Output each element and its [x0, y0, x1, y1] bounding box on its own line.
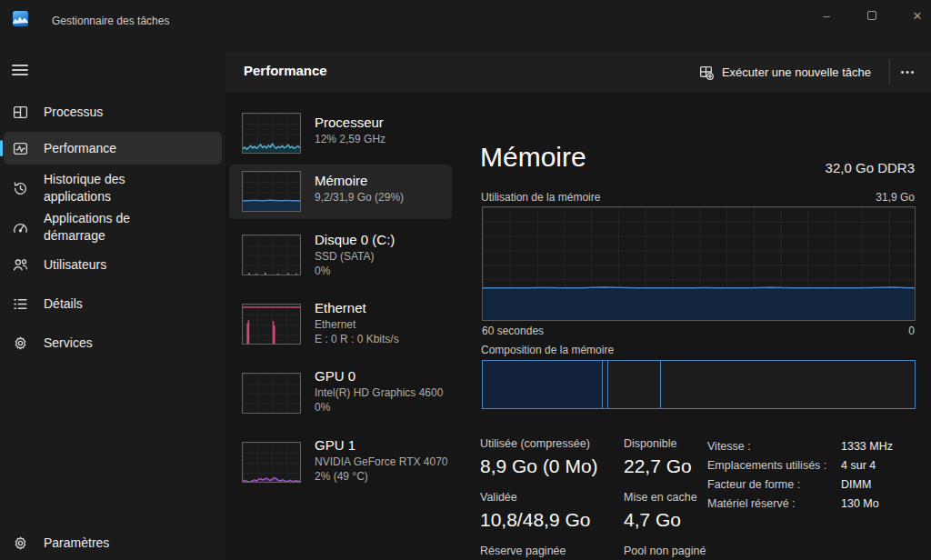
window-title: Gestionnaire des tâches	[52, 15, 169, 27]
sidebar-item-label: Applications de démarrage	[44, 210, 180, 245]
perf-item-sub2: 2% (49 °C)	[315, 469, 448, 484]
perf-item-title: GPU 0	[315, 367, 443, 385]
titlebar: Gestionnaire des tâches – ✕	[0, 0, 931, 41]
memory-usage-label: Utilisation de la mémoire	[481, 191, 600, 204]
content-pane: Performance Exécuter une nouvelle tâche …	[225, 52, 931, 560]
perf-item-title: Mémoire	[315, 172, 404, 190]
memory-page-title: Mémoire	[480, 142, 586, 173]
stat-pool-non-pagine: Pool non paginé 387 Mo	[624, 544, 742, 560]
detail-vitesse: Vitesse : 1333 MHz	[707, 437, 926, 456]
app-history-icon	[13, 181, 29, 196]
detail-label: Matériel réservé :	[707, 495, 841, 514]
sidebar-item-processus[interactable]: Processus	[4, 96, 222, 127]
startup-apps-icon	[13, 220, 29, 235]
processes-icon	[13, 105, 29, 120]
stat-utilisee: Utilisée (compressée) 8,9 Go (0 Mo)	[480, 436, 622, 478]
perf-item-memoire[interactable]: Mémoire 9,2/31,9 Go (29%)	[229, 165, 452, 219]
nav-menu-toggle[interactable]	[10, 60, 30, 78]
ethernet-sparkline	[242, 304, 301, 345]
more-options-button[interactable]: •••	[893, 57, 924, 86]
detail-emplacements: Emplacements utilisés : 4 sur 4	[707, 456, 926, 475]
detail-value: DIMM	[841, 475, 871, 495]
sidebar-item-demarrage[interactable]: Applications de démarrage	[4, 209, 222, 245]
cpu-sparkline	[242, 113, 301, 154]
memory-total-capacity: 32,0 Go DDR3	[826, 160, 915, 175]
maximize-icon	[867, 11, 876, 20]
memory-hardware-details: Vitesse : 1333 MHz Emplacements utilisés…	[707, 437, 926, 514]
composition-segment-libre	[660, 361, 915, 408]
minimize-button[interactable]: –	[806, 0, 847, 31]
task-manager-app-icon	[13, 11, 28, 26]
perf-item-title: Ethernet	[315, 299, 399, 317]
perf-item-sub: SSD (SATA)	[315, 249, 395, 264]
perf-item-sub: NVIDIA GeForce RTX 4070	[315, 455, 448, 469]
disk-sparkline	[242, 235, 301, 275]
memory-detail-pane: Mémoire 32,0 Go DDR3 Utilisation de la m…	[466, 92, 931, 560]
users-icon	[13, 257, 29, 273]
stat-label: Pool non paginé	[624, 544, 742, 559]
page-header: Performance Exécuter une nouvelle tâche …	[225, 52, 931, 92]
sidebar-item-label: Utilisateurs	[44, 256, 106, 274]
selected-accent-indicator	[0, 140, 3, 156]
sidebar-item-performance[interactable]: Performance	[4, 132, 222, 165]
stat-value: 10,8/48,9 Go	[480, 507, 622, 532]
performance-list: Processeur 12% 2,59 GHz Mémoire 9,2/31,9…	[225, 92, 466, 560]
sidebar-item-utilisateurs[interactable]: Utilisateurs	[4, 249, 222, 280]
stat-value: 8,9 Go (0 Mo)	[480, 454, 622, 478]
page-title: Performance	[244, 63, 327, 78]
memory-sparkline	[242, 171, 301, 212]
sidebar-item-services[interactable]: Services	[4, 327, 222, 358]
performance-icon	[13, 141, 29, 156]
composition-segment-en-cours-utilisation	[483, 361, 602, 408]
detail-label: Emplacements utilisés :	[707, 456, 841, 475]
detail-value: 130 Mo	[841, 495, 879, 514]
composition-segment-en-veille	[607, 361, 660, 408]
stat-label: Utilisée (compressée)	[480, 436, 622, 452]
perf-item-sub2: 0%	[315, 400, 443, 415]
perf-item-sub: Ethernet	[315, 317, 399, 332]
detail-value: 1333 MHz	[841, 437, 893, 456]
new-task-icon	[698, 65, 714, 80]
sidebar-item-label: Paramètres	[44, 535, 109, 552]
perf-item-sub: 12% 2,59 GHz	[315, 132, 385, 146]
perf-item-sub2: E : 0 R : 0 Kbits/s	[315, 332, 399, 346]
perf-item-ethernet[interactable]: Ethernet Ethernet E : 0 R : 0 Kbits/s	[229, 295, 452, 355]
memory-composition-label: Composition de la mémoire	[481, 344, 614, 356]
stat-reserve-paginee: Réserve paginée 353 Mo	[480, 544, 622, 560]
memory-usage-chart	[482, 206, 916, 321]
settings-gear-icon	[13, 535, 29, 551]
sidebar-item-label: Historique des applications	[44, 171, 180, 205]
chart-time-zero-label: 0	[908, 325, 915, 337]
perf-item-processeur[interactable]: Processeur 12% 2,59 GHz	[229, 108, 452, 163]
detail-materiel-reserve: Matériel réservé : 130 Mo	[707, 495, 926, 514]
perf-item-sub2: 0%	[315, 264, 395, 278]
run-new-task-button[interactable]: Exécuter une nouvelle tâche	[689, 57, 880, 86]
maximize-button[interactable]	[851, 0, 893, 31]
perf-item-sub: Intel(R) HD Graphics 4600	[315, 385, 443, 400]
perf-item-gpu0[interactable]: GPU 0 Intel(R) HD Graphics 4600 0%	[229, 363, 452, 423]
perf-item-title: Disque 0 (C:)	[315, 231, 395, 249]
detail-label: Facteur de forme :	[707, 475, 841, 495]
perf-item-disque[interactable]: Disque 0 (C:) SSD (SATA) 0%	[229, 226, 452, 286]
header-divider	[889, 59, 890, 85]
close-button[interactable]: ✕	[896, 0, 931, 31]
stat-label: Réserve paginée	[480, 544, 622, 559]
details-icon	[13, 296, 29, 312]
detail-label: Vitesse :	[707, 437, 841, 456]
perf-item-sub: 9,2/31,9 Go (29%)	[315, 190, 404, 205]
stat-label: Validée	[480, 490, 622, 505]
sidebar-item-details[interactable]: Détails	[4, 288, 222, 319]
sidebar-item-label: Performance	[44, 140, 116, 157]
chart-time-range-label: 60 secondes	[482, 325, 544, 337]
sidebar-item-parametres[interactable]: Paramètres	[4, 527, 222, 558]
gpu0-sparkline	[242, 373, 301, 414]
memory-stats-left: Utilisée (compressée) 8,9 Go (0 Mo) Vali…	[480, 436, 622, 560]
task-manager-window: Gestionnaire des tâches – ✕ Processus Pe…	[0, 0, 931, 560]
gpu1-sparkline	[242, 442, 301, 483]
sidebar-item-historique[interactable]: Historique des applications	[4, 170, 222, 206]
perf-item-gpu1[interactable]: GPU 1 NVIDIA GeForce RTX 4070 2% (49 °C)	[229, 431, 452, 491]
detail-value: 4 sur 4	[841, 456, 876, 475]
memory-composition-bar	[482, 360, 916, 409]
services-icon	[13, 335, 29, 351]
sidebar-item-label: Processus	[44, 104, 103, 121]
